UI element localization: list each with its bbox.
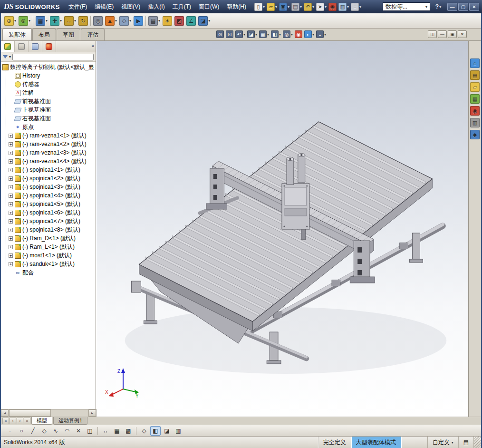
- tree-item[interactable]: + (-) most1<1> (默认): [1, 251, 96, 260]
- new-window-button[interactable]: ◫: [428, 30, 437, 38]
- document-tab[interactable]: 运动算例1: [53, 417, 87, 425]
- zoom-to-area-button[interactable]: ⊡: [225, 30, 234, 39]
- tree-item[interactable]: History: [1, 71, 96, 80]
- insert-components-button[interactable]: ⊕ ▾: [4, 16, 17, 26]
- expander-icon[interactable]: +: [9, 236, 13, 241]
- menu-item[interactable]: 帮助(H): [223, 1, 250, 13]
- expander-icon[interactable]: +: [9, 151, 13, 155]
- hide-show-items-button[interactable]: ◎ ▾: [282, 30, 293, 39]
- polygon-tool[interactable]: ◇: [39, 426, 49, 436]
- expander-icon[interactable]: +: [9, 142, 13, 146]
- tree-item[interactable]: + (-) spojnica1<3> (默认): [1, 183, 96, 191]
- undo-button[interactable]: ↶ ▾: [303, 2, 315, 11]
- new-document-button[interactable]: ▯ ▾: [254, 2, 265, 11]
- shaded-display-button[interactable]: ◧: [150, 426, 161, 436]
- expander-icon[interactable]: +: [9, 176, 13, 181]
- separator[interactable]: [90, 16, 91, 26]
- resize-grip[interactable]: [473, 437, 481, 448]
- menu-item[interactable]: 文件(F): [65, 1, 91, 13]
- file-properties-button[interactable]: ▥ ▾: [338, 2, 349, 11]
- separator[interactable]: [135, 426, 138, 436]
- commandmanager-tab[interactable]: 草图: [57, 29, 80, 40]
- separator[interactable]: [96, 426, 99, 436]
- large-assembly-mode-badge[interactable]: 大型装配体模式: [351, 437, 401, 448]
- filter-input[interactable]: [12, 54, 94, 60]
- propertymanager-tab[interactable]: [15, 41, 29, 52]
- menu-item[interactable]: 视图(V): [117, 1, 144, 13]
- custom-dropdown[interactable]: 自定义 ▾: [427, 437, 458, 448]
- displaymanager-tab[interactable]: [42, 41, 56, 52]
- filter-icon[interactable]: [3, 55, 8, 58]
- wireframe-display-button[interactable]: ◇: [139, 426, 149, 436]
- tree-item[interactable]: + (-) spojnica1<8> (默认): [1, 225, 96, 234]
- close-button[interactable]: ✕: [469, 3, 479, 11]
- tree-item[interactable]: + (-) ram-vezna1<1> (默认): [1, 131, 96, 140]
- view-orientation-button[interactable]: ▦ ▾: [259, 30, 270, 39]
- tree-item[interactable]: + (-) spojnica1<7> (默认): [1, 217, 96, 225]
- exploded-view-button[interactable]: ✶: [162, 16, 173, 26]
- open-button[interactable]: ▱ ▾: [266, 2, 278, 11]
- select-button[interactable]: ➤ ▾: [316, 2, 327, 11]
- new-motion-study-button[interactable]: ▶: [133, 16, 144, 26]
- tree-item[interactable]: 传感器: [1, 80, 96, 88]
- scroll-first-button[interactable]: «: [2, 418, 9, 424]
- scroll-right-arrow[interactable]: ▸: [88, 409, 96, 417]
- section-view-button[interactable]: ◪ ▾: [198, 16, 211, 26]
- reference-geometry-button[interactable]: ◇ ▾: [119, 16, 132, 26]
- expander-icon[interactable]: +: [9, 185, 13, 189]
- rotate-component-button[interactable]: ↻: [78, 16, 88, 26]
- tree-item[interactable]: 注解: [1, 88, 96, 97]
- show-hidden-components-button[interactable]: ◎: [93, 16, 103, 26]
- trim-tool[interactable]: ✕: [73, 426, 84, 436]
- tree-root-item[interactable]: 数控等离子切割机 (默认<默认_显: [1, 63, 96, 71]
- restore-document-button[interactable]: ▣: [448, 30, 457, 38]
- section-display-button[interactable]: ◪: [162, 426, 172, 436]
- move-component-button[interactable]: ↔ ▾: [64, 16, 77, 26]
- status-sheet-icon[interactable]: ▤: [458, 437, 473, 448]
- tree-item[interactable]: + (-) ram-vezna1<2> (默认): [1, 140, 96, 148]
- save-button[interactable]: ▣ ▾: [279, 2, 290, 11]
- print-button[interactable]: ▤ ▾: [291, 2, 302, 11]
- tree-item[interactable]: 原点: [1, 123, 96, 131]
- scrollbar-thumb[interactable]: [9, 409, 51, 417]
- viewport-layout-button[interactable]: ▥: [173, 426, 183, 436]
- expander-icon[interactable]: +: [9, 228, 13, 232]
- interference-detection-button[interactable]: ◩: [174, 16, 184, 26]
- solidworks-resources-tab[interactable]: ⌂: [470, 58, 480, 68]
- expander-icon[interactable]: +: [9, 159, 13, 164]
- expander-icon[interactable]: +: [9, 219, 13, 224]
- expander-icon[interactable]: +: [9, 245, 13, 249]
- circle-tool[interactable]: ○: [16, 426, 27, 436]
- appearances-scenes-tab[interactable]: ◉: [470, 106, 480, 116]
- help-button[interactable]: ? ▾: [433, 2, 443, 11]
- tree-item[interactable]: 右视基准面: [1, 114, 96, 123]
- point-tool[interactable]: ·: [5, 426, 15, 436]
- tree-item[interactable]: + (-) spojnica1<4> (默认): [1, 191, 96, 200]
- design-library-tab[interactable]: ▤: [470, 70, 480, 80]
- menu-item[interactable]: 工具(T): [169, 1, 195, 13]
- assembly-features-button[interactable]: ▲ ▾: [105, 16, 117, 26]
- tree-item[interactable]: + (-) Ram_D<1> (默认): [1, 234, 96, 243]
- previous-view-button[interactable]: ↶ ▾: [235, 30, 246, 39]
- menu-item[interactable]: 插入(I): [144, 1, 168, 13]
- expander-icon[interactable]: +: [9, 134, 13, 138]
- tree-item[interactable]: + (-) spojnica1<1> (默认): [1, 166, 96, 174]
- tree-item[interactable]: + (-) spojnica1<6> (默认): [1, 208, 96, 217]
- expander-icon[interactable]: +: [9, 168, 13, 172]
- expander-icon[interactable]: +: [9, 262, 13, 266]
- arc-tool[interactable]: ◠: [62, 426, 72, 436]
- measure-button[interactable]: ∠: [186, 16, 196, 26]
- scroll-next-button[interactable]: ›: [17, 418, 23, 424]
- expander-icon[interactable]: +: [9, 253, 13, 258]
- tree-item[interactable]: 配合: [1, 268, 96, 277]
- section-view-button[interactable]: ◪ ▾: [247, 30, 258, 39]
- scroll-prev-button[interactable]: ‹: [10, 418, 16, 424]
- configurationmanager-tab[interactable]: [29, 41, 42, 52]
- expander-icon[interactable]: +: [9, 211, 13, 215]
- expander-icon[interactable]: +: [9, 202, 13, 206]
- commandmanager-tab[interactable]: 布局: [32, 29, 56, 40]
- separator[interactable]: [32, 16, 34, 26]
- options-button[interactable]: ≡ ▾: [350, 2, 362, 11]
- commandmanager-tab[interactable]: 评估: [81, 29, 105, 40]
- tree-item[interactable]: + (-) Ram_L<1> (默认): [1, 243, 96, 251]
